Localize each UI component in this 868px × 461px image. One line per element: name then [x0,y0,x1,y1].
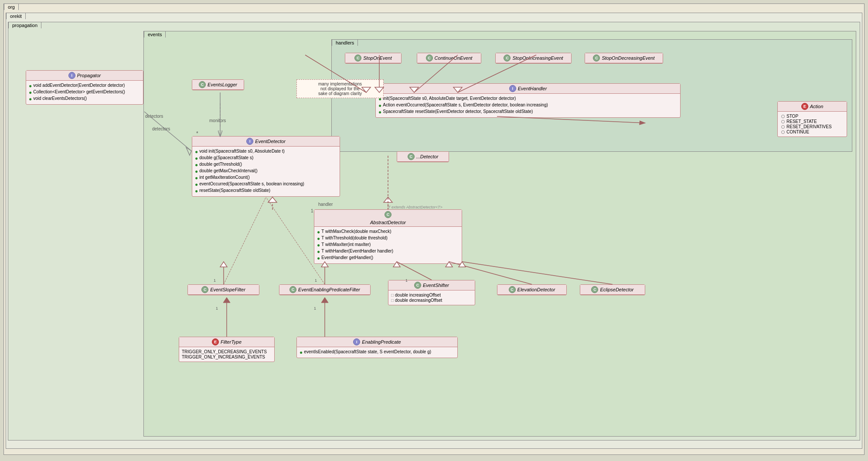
outer-container: org orekit propagation I Propagator ● vo… [0,0,868,461]
eclipse-to-abstract [462,262,613,284]
handlers-tab: handlers [332,39,358,46]
abstract-impl-arrow [268,197,277,202]
event-handler-class: I EventHandler ● init(SpacecraftState s0… [375,83,681,118]
handler-label: handler [318,202,333,207]
elevation-detector-class: C ElevationDetector [497,284,567,295]
stop-on-event-class: C StopOnEvent [345,53,402,64]
monitors-label: monitors [209,118,226,123]
events-tab: events [144,31,166,38]
abstract-ext-arrow [384,197,392,202]
abstract-detector-body: ● T withMaxCheck(double maxCheck) ● T wi… [314,227,462,263]
predicate-arrow [321,297,328,303]
propagator-method-1: ● void addEventDetector(EventDetector de… [29,83,140,89]
filter-type-body: TRIGGER_ONLY_DECREASING_EVENTS TRIGGER_O… [179,347,274,362]
stop-on-increasing-header: C StopOnIncreasingEvent [496,53,571,63]
star-label: * [196,130,198,137]
org-package: org orekit propagation I Propagator ● vo… [3,3,865,455]
propagator-class: I Propagator ● void addEventDetector(Eve… [26,70,143,105]
handlers-package: handlers C StopOnEvent C [331,39,852,152]
extends-label: T extends AbstractDetector<T> [388,205,443,209]
propagation-package: propagation I Propagator ● void addEvent… [8,22,860,441]
stop-on-decreasing-class: C StopOnDecreasingEvent [585,53,663,64]
slope-arrow [220,262,227,267]
shifter-to-abstract [397,262,432,280]
continue-on-event-header: C ContinueOnEvent [417,53,481,63]
propagator-body: ● void addEventDetector(EventDetector de… [26,81,143,104]
stop-on-event-header: C StopOnEvent [345,53,401,63]
stop-on-increasing-class: C StopOnIncreasingEvent [495,53,572,64]
enabling-predicate-body: ● eventIsEnabled(SpacecraftState state, … [297,347,457,358]
elevation-detector-header: C ElevationDetector [497,285,566,295]
event-handler-body: ● init(SpacecraftState s0, AbsoluteDate … [376,94,680,117]
propagator-stereotype: I [68,72,75,79]
slope-mult: 1 [214,278,216,283]
filtertype-mult: 1 [216,306,218,311]
event-detector-body: ● void init(SpacecraftState s0, Absolute… [192,147,340,196]
orekit-package: orekit propagation I Propagator ● void a… [6,13,862,449]
enabling-predicate-header: I EnablingPredicate [297,337,457,347]
propagator-name: Propagator [77,73,101,78]
propagator-header: I Propagator [26,71,143,81]
filtertype-arrow [223,297,230,303]
one-label: 1 [311,208,313,213]
propagator-method-2: ● Collection<EventDetector> getEventDete… [29,89,140,96]
event-handler-header: I EventHandler [376,84,680,94]
note-box: many implementationsnot displayed for th… [296,79,384,98]
ellipsis-detector-class: C ...Detector [397,151,449,162]
propagator-method-3: ● void clearEventsDetectors() [29,96,140,102]
events-logger-header: C EventsLogger [192,80,244,90]
abstract-detector-header: C AbstractDetector [314,210,462,227]
action-enum-body: STOP RESET_STATE RESET_DERIVATIVES CONTI… [778,112,847,137]
event-enabling-filter-class: C EventEnablingPredicateFilter [279,284,371,295]
event-slope-filter-class: C EventSlopeFilter [187,284,259,295]
events-package: events handlers C StopOnEvent [143,31,856,437]
event-shifter-body: □ double increasingOffset □ double decre… [388,290,475,305]
detectors-label: detectors [145,114,163,119]
filter-type-header: E FilterType [179,337,274,347]
predicate-mult: 1 [314,306,316,311]
slope-comp [224,197,266,284]
event-detector-class: I EventDetector ● void init(SpacecraftSt… [192,136,340,197]
stop-on-decreasing-header: C StopOnDecreasingEvent [585,53,663,63]
event-slope-filter-header: C EventSlopeFilter [188,285,259,295]
continue-on-event-class: C ContinueOnEvent [417,53,481,64]
ellipsis-detector-header: C ...Detector [397,152,449,162]
eclipse-detector-header: C EclipseDetector [580,285,645,295]
event-detector-header: I EventDetector [192,137,340,147]
action-enum-class: E Action STOP RESET_STATE RESET_DERIVATI… [777,101,847,137]
eclipse-detector-class: C EclipseDetector [580,284,645,295]
filter-type-class: E FilterType TRIGGER_ONLY_DECREASING_EVE… [179,337,275,362]
enabling-mult: 1 [315,278,317,283]
org-tab: org [4,3,19,10]
enabling-predicate-class: I EnablingPredicate ● eventIsEnabled(Spa… [296,337,458,358]
propagation-tab: propagation [8,22,41,28]
event-shifter-class: C EventShifter □ double increasingOffset… [388,280,475,305]
orekit-tab: orekit [6,13,26,19]
event-shifter-header: C EventShifter [388,280,475,290]
event-enabling-filter-header: C EventEnablingPredicateFilter [279,285,370,295]
abstract-detector-class: C AbstractDetector ● T withMaxCheck(doub… [314,209,462,264]
action-enum-header: E Action [778,102,847,112]
events-logger-class: C EventsLogger [192,79,244,90]
